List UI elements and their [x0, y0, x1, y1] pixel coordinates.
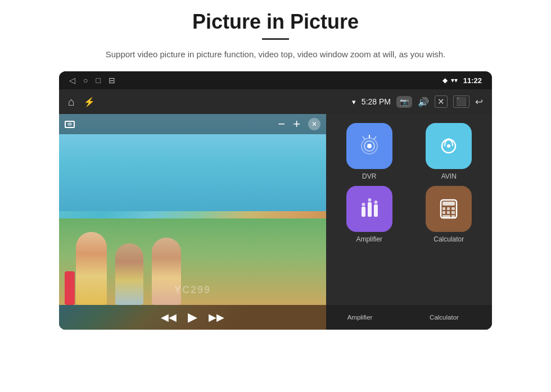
svg-rect-17 [442, 211, 445, 214]
status-bar: ◁ ○ □ ⊟ ◆ ▾▾ 11:22 [59, 71, 492, 89]
watermark: YC299 [174, 284, 211, 296]
svg-point-9 [362, 203, 365, 206]
app-bar: ⌂ ⚡ ▾ 5:28 PM 📷 🔊 ✕ ⬛ ↩ [59, 89, 492, 114]
window-icon[interactable]: ⬛ [453, 95, 469, 108]
amplifier-svg [358, 197, 381, 221]
avin-icon [426, 123, 472, 169]
svg-rect-18 [447, 211, 450, 214]
figure-1 [76, 232, 107, 305]
home-nav-icon[interactable]: ○ [83, 76, 88, 85]
app-bar-right: ▾ 5:28 PM 📷 🔊 ✕ ⬛ ↩ [352, 95, 483, 108]
svg-rect-8 [374, 204, 378, 217]
status-time: 11:22 [463, 76, 482, 85]
svg-point-11 [374, 200, 377, 204]
pip-overlay[interactable]: YC299 − + ✕ [59, 114, 326, 330]
page-wrapper: Picture in Picture Support video picture… [0, 0, 551, 392]
status-bar-right: ◆ ▾▾ 11:22 [442, 76, 482, 85]
svg-point-10 [368, 198, 371, 202]
home-icon[interactable]: ⌂ [68, 95, 75, 108]
app-bar-time: 5:28 PM [362, 97, 391, 106]
avin-svg [438, 135, 459, 157]
dvr-label: DVR [362, 172, 376, 180]
dvr-svg [357, 134, 382, 158]
pip-minimize-btn[interactable]: − [278, 117, 285, 131]
play-btn[interactable]: ▶ [188, 310, 197, 325]
pip-controls-right: − + ✕ [278, 117, 320, 131]
pip-top-bar: − + ✕ [59, 114, 326, 134]
media-nav-icon[interactable]: ⊟ [109, 76, 115, 85]
calculator-icon [426, 186, 472, 232]
wifi-signal-icon: ▾▾ [451, 76, 458, 84]
status-bar-left: ◁ ○ □ ⊟ [69, 76, 115, 85]
app-bar-left: ⌂ ⚡ [68, 95, 95, 108]
calculator-svg [437, 197, 460, 221]
device-frame: ◁ ○ □ ⊟ ◆ ▾▾ 11:22 ⌂ ⚡ ▾ 5:28 PM 📷 🔊 [59, 71, 492, 330]
content-area: YC299 − + ✕ [59, 114, 492, 330]
pip-video-container: YC299 − + ✕ [59, 114, 326, 330]
svg-rect-7 [368, 202, 372, 217]
svg-rect-14 [442, 207, 445, 210]
avin-app[interactable]: AVIN [412, 123, 487, 180]
page-title: Picture in Picture [192, 10, 359, 34]
avin-label: AVIN [441, 172, 457, 180]
amplifier-icon [346, 186, 392, 232]
close-pip-icon[interactable]: ✕ [435, 95, 448, 108]
bottom-label-amplifier: Amplifier [318, 314, 402, 321]
svg-rect-13 [442, 202, 455, 206]
red-element [65, 271, 75, 305]
svg-rect-15 [447, 207, 450, 210]
back-nav-icon[interactable]: ◁ [69, 76, 75, 85]
pip-close-btn[interactable]: ✕ [308, 118, 320, 130]
app-row-2: Amplifier [332, 186, 486, 243]
title-divider [262, 38, 289, 40]
svg-rect-20 [442, 215, 450, 217]
pip-video-bg: YC299 [59, 114, 326, 330]
prev-btn[interactable]: ◀◀ [161, 311, 177, 323]
app-row-1: DVR AVIN [332, 123, 486, 180]
app-grid-area: DVR AVIN [326, 114, 492, 330]
calculator-label: Calculator [433, 235, 464, 243]
dvr-app[interactable]: DVR [332, 123, 407, 180]
bottom-label-calculator: Calculator [402, 314, 486, 321]
recents-nav-icon[interactable]: □ [96, 76, 100, 85]
camera-app-icon[interactable]: 📷 [396, 96, 412, 108]
svg-rect-16 [451, 207, 455, 210]
svg-rect-19 [451, 211, 455, 214]
next-btn[interactable]: ▶▶ [209, 311, 224, 323]
location-icon: ◆ [442, 76, 448, 84]
amplifier-label: Amplifier [356, 235, 382, 243]
calculator-app[interactable]: Calculator [412, 186, 487, 243]
video-figures [76, 232, 181, 305]
pip-playback-bar: ◀◀ ▶ ▶▶ [59, 305, 326, 330]
svg-point-5 [447, 144, 450, 148]
page-subtitle: Support video picture in picture functio… [106, 48, 445, 61]
usb-icon: ⚡ [84, 97, 95, 107]
svg-rect-21 [451, 215, 455, 217]
volume-icon[interactable]: 🔊 [418, 97, 429, 107]
back-icon[interactable]: ↩ [475, 96, 483, 108]
figure-2 [115, 243, 143, 305]
svg-point-2 [367, 144, 372, 148]
wifi-icon: ▾ [352, 98, 356, 106]
pip-close-label: ✕ [311, 120, 317, 128]
dvr-icon [346, 123, 392, 169]
amplifier-app[interactable]: Amplifier [332, 186, 407, 243]
pip-camera-indicator [65, 121, 75, 128]
pip-maximize-btn[interactable]: + [293, 117, 300, 131]
svg-rect-6 [362, 207, 365, 217]
